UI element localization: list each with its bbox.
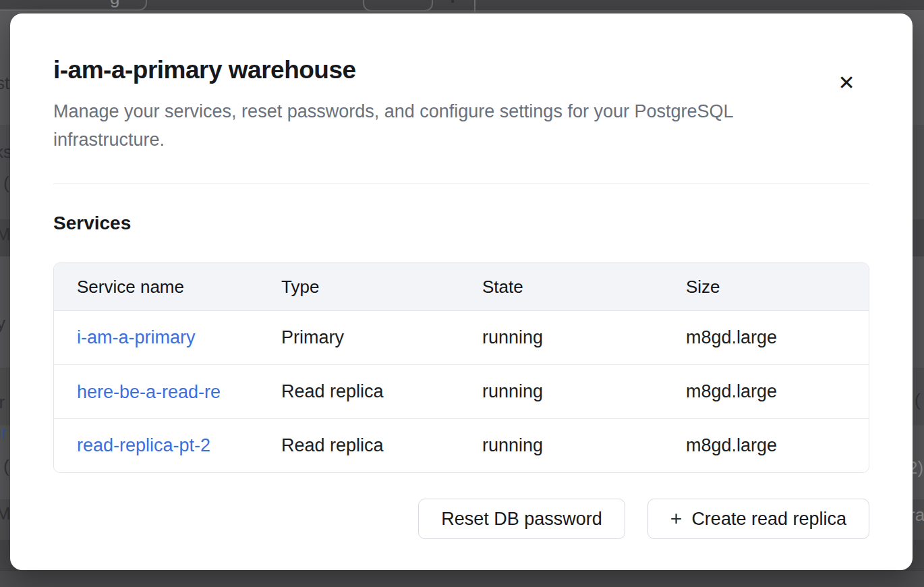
close-icon[interactable]: ✕: [833, 69, 860, 96]
column-header-state: State: [459, 263, 663, 311]
background-text-fragment: y: [0, 314, 5, 332]
dialog-description: Manage your services, reset passwords, a…: [53, 97, 869, 154]
service-type: Primary: [258, 311, 459, 365]
dialog-description-line2: infrastructure.: [53, 130, 165, 150]
service-size: m8gd.large: [663, 419, 869, 473]
dialog-footer: Reset DB password + Create read replica: [53, 499, 869, 539]
service-state: running: [459, 419, 663, 473]
reset-db-password-button[interactable]: Reset DB password: [418, 499, 625, 539]
section-divider: [53, 184, 869, 184]
background-button-outline: [363, 0, 433, 11]
dialog-title: i-am-a-primary warehouse: [53, 55, 869, 85]
create-read-replica-label: Create read replica: [691, 509, 846, 530]
background-text-fragment: (: [915, 391, 921, 409]
reset-db-password-label: Reset DB password: [441, 509, 602, 530]
column-header-size: Size: [663, 263, 869, 311]
services-heading: Services: [53, 211, 869, 235]
background-divider-fragment: [474, 0, 475, 12]
background-text-fragment: (: [3, 457, 9, 475]
warehouse-dialog: ✕ i-am-a-primary warehouse Manage your s…: [10, 13, 913, 570]
service-name-link[interactable]: here-be-a-read-re: [77, 382, 221, 403]
table-header-row: Service name Type State Size: [54, 263, 869, 311]
plus-icon: +: [670, 509, 683, 529]
background-text-fragment: st: [0, 74, 9, 92]
service-name-link[interactable]: read-replica-pt-2: [77, 435, 210, 455]
column-header-service-name: Service name: [54, 263, 258, 311]
service-type: Read replica: [258, 419, 459, 473]
background-button-outline: [0, 0, 147, 11]
background-text-fragment: ir: [0, 424, 7, 441]
table-row: i-am-a-primary Primary running m8gd.larg…: [54, 311, 869, 365]
column-header-type: Type: [258, 263, 459, 311]
service-state: running: [459, 365, 663, 419]
table-row: read-replica-pt-2 Read replica running m…: [54, 419, 869, 473]
service-type: Read replica: [258, 365, 459, 419]
table-row: here-be-a-read-re Read replica running m…: [54, 365, 869, 419]
background-text-fragment: ar: [0, 393, 5, 411]
service-size: m8gd.large: [663, 365, 869, 419]
service-name-link[interactable]: i-am-a-primary: [77, 327, 196, 347]
create-read-replica-button[interactable]: + Create read replica: [647, 499, 869, 539]
service-size: m8gd.large: [663, 311, 869, 365]
background-text-fragment: (: [3, 174, 9, 192]
background-text-fragment: g: [110, 0, 119, 7]
background-dot-fragment: [451, 0, 454, 3]
overlay-band: [0, 570, 924, 587]
services-table: Service name Type State Size i-am-a-prim…: [53, 262, 869, 473]
service-state: running: [459, 311, 663, 365]
dialog-description-line1: Manage your services, reset passwords, a…: [53, 101, 734, 121]
